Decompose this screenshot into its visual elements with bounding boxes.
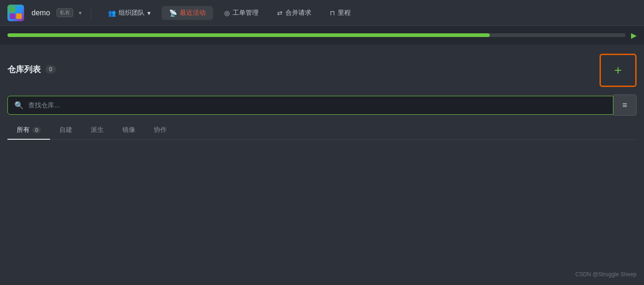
project-dropdown[interactable]: ▾ <box>79 10 82 16</box>
nav-merge-request[interactable]: ⇄ 合并请求 <box>270 6 319 20</box>
repo-header-row: 仓库列表 0 + <box>7 54 637 87</box>
tab-all-badge: 0 <box>32 127 41 133</box>
tab-all[interactable]: 所有 0 <box>7 121 50 140</box>
search-box: 🔍 <box>7 96 613 115</box>
tab-fork-label: 派生 <box>91 126 104 134</box>
org-icon: 👥 <box>108 9 116 17</box>
milestone-label: 里程 <box>338 9 351 17</box>
svg-rect-3 <box>16 13 22 19</box>
search-area: 🔍 ≡ <box>7 94 637 116</box>
feed-icon: 📡 <box>169 9 177 17</box>
svg-rect-0 <box>10 7 15 12</box>
tab-mirror[interactable]: 镜像 <box>113 121 145 140</box>
svg-rect-2 <box>10 13 15 19</box>
issue-mgmt-label: 工单管理 <box>233 9 259 17</box>
repo-title-area: 仓库列表 0 <box>7 54 56 75</box>
tab-fork[interactable]: 派生 <box>82 121 113 140</box>
progress-play-button[interactable]: ▶ <box>631 31 637 40</box>
add-repo-button[interactable]: + <box>600 54 637 87</box>
repo-count-badge: 0 <box>45 65 56 74</box>
tabs: 所有 0 自建 派生 镜像 协作 <box>7 121 637 140</box>
org-dropdown-arrow: ▾ <box>147 9 151 17</box>
navbar: demo 私有 ▾ 👥 组织团队 ▾ 📡 最近活动 ◎ 工单管理 ⇄ 合并请求 … <box>0 0 644 26</box>
search-input[interactable] <box>28 101 606 109</box>
filter-button[interactable]: ≡ <box>613 94 637 116</box>
merge-request-label: 合并请求 <box>285 9 311 17</box>
milestone-icon: ⊓ <box>330 9 335 17</box>
tab-collab-label: 协作 <box>154 126 167 134</box>
search-icon: 🔍 <box>14 101 24 110</box>
main-content: 仓库列表 0 + 🔍 ≡ 所有 0 自建 派生 镜像 协作 <box>0 44 644 140</box>
filter-icon: ≡ <box>622 100 627 110</box>
logo[interactable] <box>7 5 24 21</box>
tab-self-built[interactable]: 自建 <box>50 121 82 140</box>
private-badge: 私有 <box>57 8 73 17</box>
svg-rect-1 <box>16 7 22 12</box>
tab-collab[interactable]: 协作 <box>145 121 176 140</box>
nav-org-team[interactable]: 👥 组织团队 ▾ <box>101 6 158 20</box>
issue-icon: ◎ <box>224 9 230 17</box>
nav-milestone[interactable]: ⊓ 里程 <box>322 6 358 20</box>
tab-self-built-label: 自建 <box>59 126 72 134</box>
watermark: CSDN @Struggle Sheep <box>575 271 637 278</box>
recent-activity-label: 最近活动 <box>180 9 206 17</box>
project-name[interactable]: demo <box>32 9 50 17</box>
tab-all-label: 所有 <box>17 126 30 134</box>
progress-bar-container <box>7 33 625 37</box>
nav-divider-1 <box>91 6 91 19</box>
nav-issue-mgmt[interactable]: ◎ 工单管理 <box>217 6 266 20</box>
progress-bar-fill <box>7 33 490 37</box>
org-team-label: 组织团队 <box>119 9 145 17</box>
progress-area: ▶ <box>0 26 644 44</box>
repo-list-title: 仓库列表 <box>7 64 41 75</box>
merge-icon: ⇄ <box>277 9 283 17</box>
tab-mirror-label: 镜像 <box>122 126 135 134</box>
add-button-area: + <box>600 54 637 87</box>
nav-recent-activity[interactable]: 📡 最近活动 <box>162 6 213 20</box>
